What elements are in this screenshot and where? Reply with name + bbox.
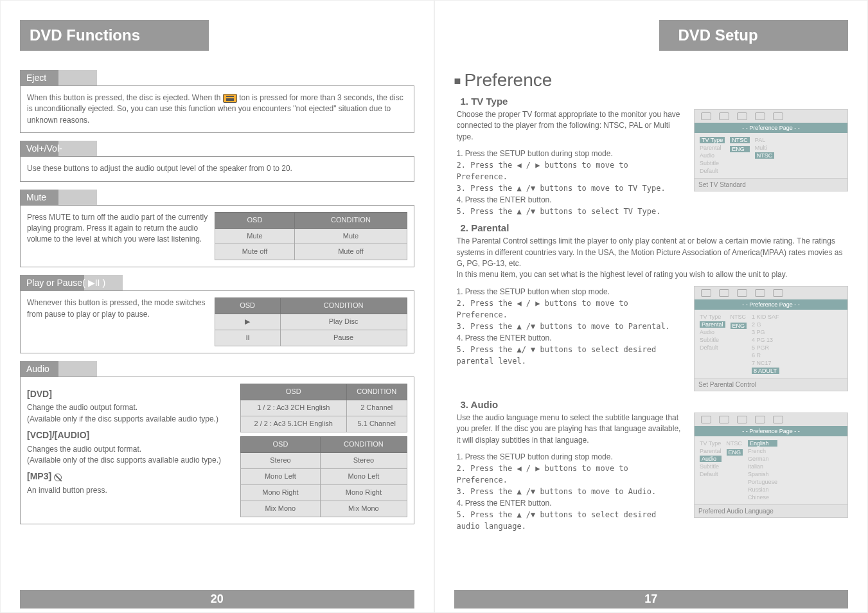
osd-item: Russian	[748, 486, 777, 493]
osd-item: English	[748, 440, 777, 447]
section-title-mute: Mute	[20, 190, 97, 205]
osd-item: 6 R	[752, 352, 779, 359]
page-number-right: 17	[454, 590, 849, 609]
osd-sub: Preferred Audio Language	[695, 504, 847, 517]
vcd-text: Changes the audio output format. (Availa…	[27, 444, 234, 466]
step: 2. Press the ◀ / ▶ buttons to move to Pr…	[457, 159, 683, 182]
osd-nav-icon	[701, 112, 711, 120]
audio-steps: 1. Press the SETUP button during stop mo…	[454, 451, 683, 532]
play-text: Whenever this button is pressed, the mod…	[27, 298, 208, 320]
osd-item: Chinese	[748, 494, 777, 501]
osd-item: Default	[700, 471, 722, 477]
cell: Play Disc	[280, 314, 407, 330]
cell: Mute off	[215, 244, 295, 260]
osd-item: Audio	[700, 329, 725, 335]
osd-item: NTSC	[755, 152, 775, 159]
osd-item: ENG	[727, 449, 743, 456]
section-mute: Press MUTE to turn off the audio part of…	[20, 205, 414, 268]
th-osd: OSD	[215, 212, 295, 228]
th-osd: OSD	[240, 384, 346, 400]
osd-nav-icon	[701, 416, 711, 423]
mp3-heading: [MP3]	[27, 470, 234, 483]
step: 1. Press the SETUP button when stop mode…	[457, 286, 683, 298]
osd-item: 2 G	[752, 321, 779, 328]
step: 2. Press the ◀ / ▶ buttons to move to Pr…	[457, 298, 683, 321]
section-title-play: Play or Pause( ▶II )	[20, 275, 123, 290]
osd-item: Default	[700, 344, 725, 351]
cell: 2 Channel	[346, 400, 407, 416]
osd-item: NTSC	[730, 137, 750, 143]
dvd-text: Change the audio output format. (Availab…	[27, 402, 234, 425]
osd-item: Subtitle	[700, 337, 725, 343]
osd-item: NTSC	[727, 440, 743, 447]
osd-item: Spanish	[748, 471, 777, 477]
osd-item: NTSC	[731, 314, 747, 320]
section-audio: [DVD] Change the audio output format. (A…	[20, 377, 414, 524]
osd-item: French	[748, 448, 777, 454]
osd-item: 8 ADULT	[752, 368, 779, 374]
table-mute: OSDCONDITION MuteMute Mute offMute off	[215, 212, 407, 261]
cell: Mute	[295, 228, 407, 244]
osd-bar: - - Preference Page - -	[695, 123, 847, 133]
section-eject: When this button is pressed, the disc is…	[20, 85, 414, 133]
cell: Mix Mono	[240, 501, 321, 517]
osd-item: ENG	[730, 146, 750, 152]
parental-steps: 1. Press the SETUP button when stop mode…	[454, 286, 683, 367]
page-right: DVD Setup Preference 1. TV Type Choose t…	[434, 0, 869, 613]
osd-item: 7 NC17	[752, 360, 779, 366]
osd-screenshot-audio: - - Preference Page - - TV Type Parental…	[694, 413, 848, 518]
eject-text-a: When this button is pressed, the disc is…	[27, 93, 221, 102]
step: 2. Press the ◀ / ▶ buttons to move to Pr…	[457, 463, 683, 486]
cell: Mono Right	[240, 484, 321, 501]
table-audio-vcd: OSDCONDITION StereoStereo Mono LeftMono …	[240, 436, 407, 517]
table-play: OSDCONDITION ▶Play Disc ⏸Pause	[215, 298, 407, 346]
osd-item: TV Type	[700, 314, 725, 320]
osd-screenshot-parental: - - Preference Page - - TV Type Parental…	[694, 286, 848, 391]
cell: 5.1 Channel	[346, 416, 407, 432]
parental-row: 1. Press the SETUP button when stop mode…	[454, 286, 849, 394]
audio-text-block: [DVD] Change the audio output format. (A…	[27, 384, 234, 496]
osd-item: Parental	[700, 145, 725, 151]
osd-sub: Set TV Standard	[695, 178, 847, 191]
mp3-text: An invalid button press.	[27, 485, 234, 496]
osd-sub: Set Parental Control	[695, 378, 847, 391]
cell: Mute off	[295, 244, 407, 260]
step: 3. Press the ▲ /▼ buttons to move to TV …	[457, 182, 683, 194]
osd-nav-icon	[701, 289, 711, 297]
audio-tables: OSDCONDITION 1 / 2 : Ac3 2CH English2 Ch…	[240, 384, 407, 517]
osd-item: TV Type	[700, 440, 722, 447]
th-condition: CONDITION	[346, 384, 407, 400]
osd-item: ENG	[731, 323, 747, 329]
osd-item: Audio	[700, 152, 725, 159]
osd-item: Subtitle	[700, 463, 722, 470]
osd-nav-icon	[755, 416, 765, 423]
eject-icon	[223, 94, 237, 103]
cell: Mix Mono	[321, 501, 407, 517]
dvd-heading: [DVD]	[27, 387, 234, 400]
step: 4. Press the ENTER button.	[457, 194, 683, 206]
cell: 1 / 2 : Ac3 2CH English	[240, 400, 346, 416]
header-dvd-setup: DVD Setup	[659, 20, 848, 51]
osd-item: Italian	[748, 463, 777, 470]
th-condition: CONDITION	[280, 298, 407, 314]
osd-nav-icon	[773, 416, 783, 423]
osd-item: 5 PGR	[752, 344, 779, 351]
tv-type-heading: 1. TV Type	[454, 96, 849, 107]
vcd-heading: [VCD]/[AUDIO]	[27, 429, 234, 441]
tv-type-para: Choose the proper TV format appropriate …	[454, 109, 683, 143]
page-number-left: 20	[20, 590, 414, 609]
osd-item: 1 KID SAF	[752, 314, 779, 320]
cell: Stereo	[240, 452, 321, 468]
osd-nav-icon	[719, 112, 729, 120]
cell: Pause	[280, 330, 407, 346]
th-condition: CONDITION	[321, 437, 407, 453]
osd-nav-icon	[737, 289, 747, 297]
step: 4. Press the ENTER button.	[457, 332, 683, 344]
th-condition: CONDITION	[295, 212, 407, 228]
section-title-audio: Audio	[20, 361, 97, 377]
osd-item: 4 PG 13	[752, 337, 779, 343]
parental-heading: 2. Parental	[454, 222, 849, 233]
step: 5. Press the ▲/ ▼ buttons to select desi…	[457, 344, 683, 367]
osd-bar: - - Preference Page - -	[695, 299, 847, 310]
osd-item: TV Type	[700, 137, 725, 143]
